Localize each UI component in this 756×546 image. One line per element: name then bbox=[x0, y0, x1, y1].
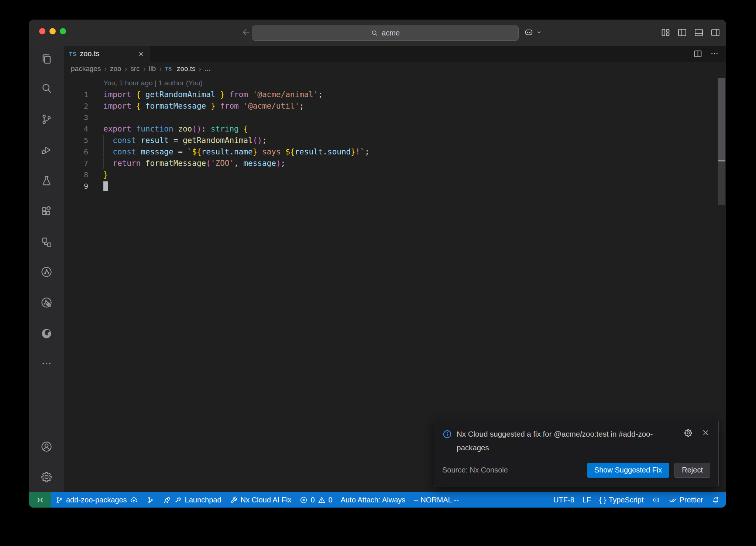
breadcrumb-item-packages[interactable]: packages bbox=[71, 65, 101, 73]
code-text: const message = `${result.name} says ${r… bbox=[103, 147, 370, 156]
code-text: return formatMessage('ZOO', message); bbox=[103, 159, 285, 168]
status-notifications-bell[interactable] bbox=[707, 492, 724, 508]
toggle-panel-icon[interactable] bbox=[693, 27, 704, 38]
status-remote-indicator[interactable] bbox=[29, 492, 51, 508]
editor-scrollbar[interactable] bbox=[718, 78, 725, 160]
search-icon[interactable] bbox=[40, 82, 53, 95]
status-encoding[interactable]: UTF-8 bbox=[549, 492, 578, 508]
line-number[interactable]: 6 bbox=[64, 147, 88, 156]
status-copilot-status[interactable] bbox=[648, 492, 664, 508]
status-text: 0 bbox=[329, 496, 333, 504]
code-editor[interactable]: You, 1 hour ago | 1 author (You) 1import… bbox=[64, 78, 726, 192]
command-center-search[interactable]: acme bbox=[252, 25, 519, 41]
status-launchpad[interactable]: Launchpad bbox=[159, 492, 226, 508]
typescript-file-badge: TS bbox=[69, 51, 76, 57]
line-number[interactable]: 1 bbox=[64, 90, 88, 99]
breadcrumb-more[interactable]: ... bbox=[205, 65, 210, 73]
testing-beaker-icon[interactable] bbox=[40, 174, 53, 187]
close-icon[interactable] bbox=[701, 428, 710, 437]
source-control-icon[interactable] bbox=[40, 113, 53, 126]
status-text: 0 bbox=[310, 496, 315, 504]
line-number[interactable]: 7 bbox=[64, 159, 88, 168]
settings-gear-icon[interactable] bbox=[40, 471, 53, 483]
arrow-left-icon[interactable] bbox=[241, 27, 251, 37]
line-number[interactable]: 9 bbox=[64, 182, 88, 191]
status-end-of-line[interactable]: LF bbox=[578, 492, 595, 508]
nx-cloud-icon[interactable] bbox=[40, 296, 53, 309]
status-source-control-graph[interactable] bbox=[142, 492, 159, 508]
run-debug-icon[interactable] bbox=[40, 144, 53, 156]
toggle-secondary-sidebar-icon[interactable] bbox=[710, 27, 721, 38]
typescript-file-badge: TS bbox=[165, 66, 172, 72]
gear-icon[interactable] bbox=[684, 428, 693, 437]
line-number[interactable]: 3 bbox=[64, 113, 88, 122]
status-vim-mode[interactable]: -- NORMAL -- bbox=[409, 492, 463, 508]
breadcrumb-separator: › bbox=[104, 65, 107, 73]
files-icon[interactable] bbox=[40, 52, 53, 65]
text-cursor bbox=[103, 181, 108, 191]
code-line-6[interactable]: 6 const message = `${result.name} says $… bbox=[64, 146, 726, 157]
extensions-icon[interactable] bbox=[40, 205, 53, 218]
code-line-5[interactable]: 5 const result = getRandomAnimal(); bbox=[64, 134, 726, 146]
code-line-4[interactable]: 4export function zoo(): string { bbox=[64, 123, 726, 134]
line-number[interactable]: 5 bbox=[64, 136, 88, 145]
toggle-primary-sidebar-icon[interactable] bbox=[677, 27, 688, 38]
customize-layout-icon[interactable] bbox=[660, 27, 671, 38]
code-line-9[interactable]: 9 bbox=[64, 180, 726, 192]
inline-blame: You, 1 hour ago | 1 author (You) bbox=[64, 78, 726, 89]
copilot-menu-button[interactable] bbox=[523, 27, 543, 38]
status-text: Auto Attach: Always bbox=[341, 496, 406, 504]
browser-edge-icon[interactable] bbox=[40, 327, 53, 340]
status-text: Prettier bbox=[680, 496, 703, 504]
more-actions-icon[interactable] bbox=[709, 49, 719, 59]
code-text bbox=[103, 181, 108, 191]
linked-references-icon[interactable] bbox=[40, 236, 53, 248]
git-branch-icon bbox=[55, 496, 63, 504]
line-number[interactable]: 8 bbox=[64, 170, 88, 179]
code-line-2[interactable]: 2import { formatMessage } from '@acme/ut… bbox=[64, 100, 726, 112]
copilot-icon bbox=[652, 496, 660, 504]
nx-console-icon[interactable] bbox=[40, 266, 53, 278]
traffic-light-close[interactable] bbox=[39, 28, 45, 34]
breadcrumb-file[interactable]: zoo.ts bbox=[177, 65, 196, 73]
code-text: const result = getRandomAnimal(); bbox=[103, 136, 267, 145]
activity-bar bbox=[29, 46, 64, 492]
status-formatter-prettier[interactable]: Prettier bbox=[664, 492, 707, 508]
copilot-icon bbox=[523, 27, 534, 38]
status-auto-attach[interactable]: Auto Attach: Always bbox=[337, 492, 410, 508]
status-nx-cloud-ai-fix[interactable]: Nx Cloud AI Fix bbox=[226, 492, 296, 508]
code-text: import { getRandomAnimal } from '@acme/a… bbox=[103, 90, 323, 99]
tab-zoo-ts[interactable]: TS zoo.ts bbox=[64, 46, 150, 62]
status-git-branch[interactable]: add-zoo-packages bbox=[51, 492, 142, 508]
close-icon[interactable] bbox=[137, 50, 145, 58]
code-text: import { formatMessage } from '@acme/uti… bbox=[103, 102, 304, 110]
account-icon[interactable] bbox=[40, 440, 53, 453]
search-value: acme bbox=[382, 29, 400, 37]
traffic-light-zoom[interactable] bbox=[60, 28, 66, 34]
line-number[interactable]: 4 bbox=[64, 124, 88, 133]
status-bar: add-zoo-packagesLaunchpadNx Cloud AI Fix… bbox=[29, 492, 726, 508]
reject-button[interactable]: Reject bbox=[674, 463, 710, 478]
code-line-8[interactable]: 8} bbox=[64, 169, 726, 180]
code-line-1[interactable]: 1import { getRandomAnimal } from '@acme/… bbox=[64, 89, 726, 100]
status-bar-left: add-zoo-packagesLaunchpadNx Cloud AI Fix… bbox=[29, 492, 463, 508]
show-suggested-fix-button[interactable]: Show Suggested Fix bbox=[587, 463, 669, 478]
breadcrumb-item-lib[interactable]: lib bbox=[149, 65, 156, 73]
tab-label: zoo.ts bbox=[80, 50, 99, 58]
breadcrumb-item-zoo[interactable]: zoo bbox=[110, 65, 121, 73]
ellipsis-icon[interactable] bbox=[40, 357, 53, 370]
traffic-light-minimize[interactable] bbox=[49, 28, 56, 34]
status-text: LF bbox=[583, 496, 591, 504]
line-number[interactable]: 2 bbox=[64, 102, 88, 110]
status-problems[interactable]: 00 bbox=[295, 492, 336, 508]
split-editor-icon[interactable] bbox=[693, 49, 703, 59]
notification-toast: Nx Cloud suggested a fix for @acme/zoo:t… bbox=[434, 420, 719, 487]
plug-icon bbox=[174, 496, 182, 504]
status-text: { } bbox=[599, 496, 606, 504]
scrollbar-tail bbox=[718, 161, 725, 205]
cloud-upload-icon bbox=[130, 496, 138, 504]
code-line-3[interactable]: 3 bbox=[64, 112, 726, 123]
code-line-7[interactable]: 7 return formatMessage('ZOO', message); bbox=[64, 157, 726, 169]
breadcrumb-item-src[interactable]: src bbox=[130, 65, 140, 73]
status-language-mode[interactable]: { }TypeScript bbox=[595, 492, 647, 508]
